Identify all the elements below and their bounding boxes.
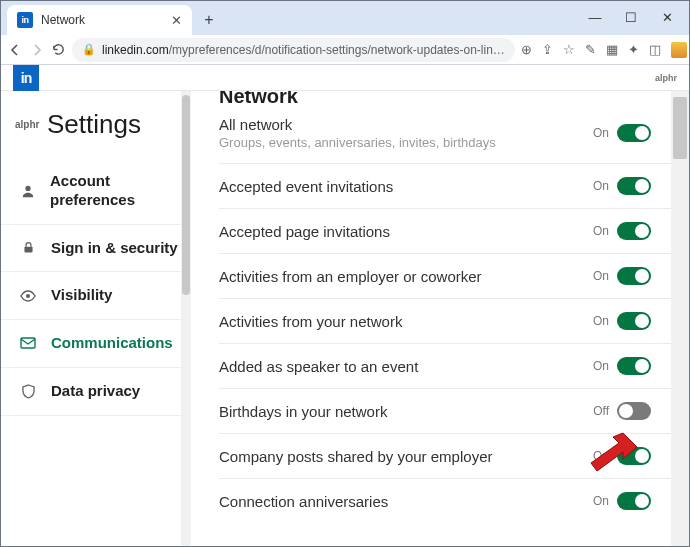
brand-watermark: alphr xyxy=(655,73,677,83)
section-title: Network xyxy=(219,91,679,108)
sidebar-scrollbar[interactable] xyxy=(181,91,191,546)
address-bar: 🔒 linkedin.com/mypreferences/d/notificat… xyxy=(1,35,689,65)
new-tab-button[interactable]: + xyxy=(196,7,222,33)
close-window-button[interactable]: ✕ xyxy=(649,5,685,29)
sidebar-item-communications[interactable]: Communications xyxy=(1,320,191,368)
sidebar-item-data-privacy[interactable]: Data privacy xyxy=(1,368,191,416)
toggle-state-label: On xyxy=(593,179,609,193)
app-header: in alphr xyxy=(1,65,689,91)
window-controls: — ☐ ✕ xyxy=(577,5,689,35)
sidebar-header: alphr Settings xyxy=(1,109,191,158)
panel-icon[interactable]: ◫ xyxy=(649,42,661,57)
setting-label: Activities from an employer or coworker xyxy=(219,268,593,285)
sidebar-item-sign-in-security[interactable]: Sign in & security xyxy=(1,225,191,273)
star-icon[interactable]: ☆ xyxy=(563,42,575,57)
person-icon xyxy=(19,184,36,198)
shield-icon xyxy=(19,384,37,399)
sidebar-item-label: Visibility xyxy=(51,286,112,305)
setting-label: Accepted page invitations xyxy=(219,223,593,240)
maximize-button[interactable]: ☐ xyxy=(613,5,649,29)
toggle-switch[interactable] xyxy=(617,222,651,240)
svg-rect-3 xyxy=(21,338,35,348)
search-icon[interactable]: ⊕ xyxy=(521,42,532,57)
toggle-switch[interactable] xyxy=(617,267,651,285)
linkedin-logo[interactable]: in xyxy=(13,65,39,91)
url-text: linkedin.com/mypreferences/d/notificatio… xyxy=(102,43,505,57)
setting-label: Birthdays in your network xyxy=(219,403,593,420)
page-title: Settings xyxy=(47,109,141,140)
puzzle-extension-icon[interactable]: ✦ xyxy=(628,42,639,57)
toggle-state-label: On xyxy=(593,494,609,508)
minimize-button[interactable]: — xyxy=(577,5,613,29)
sidebar-item-label: Sign in & security xyxy=(51,239,178,258)
sidebar-item-label: Communications xyxy=(51,334,173,353)
grid-extension-icon[interactable]: ▦ xyxy=(606,42,618,57)
share-icon[interactable]: ⇪ xyxy=(542,42,553,57)
url-bar[interactable]: 🔒 linkedin.com/mypreferences/d/notificat… xyxy=(72,38,515,62)
setting-label: Connection anniversaries xyxy=(219,493,593,510)
lock-icon xyxy=(19,241,37,254)
titlebar: in Network ✕ + — ☐ ✕ xyxy=(1,1,689,35)
sidebar-item-label: Account preferences xyxy=(50,172,191,210)
toggle-switch[interactable] xyxy=(617,447,651,465)
tab-title: Network xyxy=(41,13,163,27)
toggle-switch[interactable] xyxy=(617,177,651,195)
settings-content: Network All networkGroups, events, anniv… xyxy=(191,91,689,546)
toggle-switch[interactable] xyxy=(617,492,651,510)
browser-tab[interactable]: in Network ✕ xyxy=(7,5,192,35)
toggle-state-label: On xyxy=(593,314,609,328)
svg-rect-1 xyxy=(24,247,32,253)
setting-row[interactable]: Accepted page invitationsOn xyxy=(219,208,679,253)
setting-row[interactable]: Connection anniversariesOn xyxy=(219,478,679,523)
toolbar-icons: ⊕ ⇪ ☆ ✎ ▦ ✦ ◫ ⋮ xyxy=(521,42,690,58)
toggle-switch[interactable] xyxy=(617,312,651,330)
mail-icon xyxy=(19,337,37,349)
toggle-state-label: On xyxy=(593,126,609,140)
setting-label: Accepted event invitations xyxy=(219,178,593,195)
setting-sublabel: Groups, events, anniversaries, invites, … xyxy=(219,135,593,150)
toggle-state-label: On xyxy=(593,224,609,238)
settings-sidebar: alphr Settings Account preferences Sign … xyxy=(1,91,191,546)
toggle-state-label: On xyxy=(593,269,609,283)
reload-button[interactable] xyxy=(51,39,66,61)
pen-extension-icon[interactable]: ✎ xyxy=(585,42,596,57)
toggle-switch[interactable] xyxy=(617,357,651,375)
lock-icon: 🔒 xyxy=(82,43,96,56)
toggle-state-label: On xyxy=(593,449,609,463)
svg-point-0 xyxy=(25,186,30,191)
setting-row[interactable]: Birthdays in your networkOff xyxy=(219,388,679,433)
back-button[interactable] xyxy=(7,39,23,61)
svg-point-2 xyxy=(26,294,30,298)
setting-row[interactable]: All networkGroups, events, anniversaries… xyxy=(219,108,679,163)
setting-row[interactable]: Activities from an employer or coworkerO… xyxy=(219,253,679,298)
sidebar-item-visibility[interactable]: Visibility xyxy=(1,272,191,320)
close-tab-icon[interactable]: ✕ xyxy=(171,13,182,28)
profile-avatar[interactable] xyxy=(671,42,687,58)
linkedin-favicon: in xyxy=(17,12,33,28)
forward-button[interactable] xyxy=(29,39,45,61)
setting-row[interactable]: Company posts shared by your employerOn xyxy=(219,433,679,478)
toggle-state-label: On xyxy=(593,359,609,373)
setting-label: All network xyxy=(219,116,593,133)
setting-row[interactable]: Accepted event invitationsOn xyxy=(219,163,679,208)
eye-icon xyxy=(19,290,37,302)
setting-label: Added as speaker to an event xyxy=(219,358,593,375)
setting-row[interactable]: Activities from your networkOn xyxy=(219,298,679,343)
content-scrollbar[interactable] xyxy=(671,91,689,546)
setting-row[interactable]: Added as speaker to an eventOn xyxy=(219,343,679,388)
setting-label: Company posts shared by your employer xyxy=(219,448,593,465)
setting-label: Activities from your network xyxy=(219,313,593,330)
sidebar-header-icon: alphr xyxy=(15,119,37,130)
toggle-switch[interactable] xyxy=(617,402,651,420)
toggle-switch[interactable] xyxy=(617,124,651,142)
toggle-state-label: Off xyxy=(593,404,609,418)
sidebar-item-account-preferences[interactable]: Account preferences xyxy=(1,158,191,225)
sidebar-item-label: Data privacy xyxy=(51,382,140,401)
